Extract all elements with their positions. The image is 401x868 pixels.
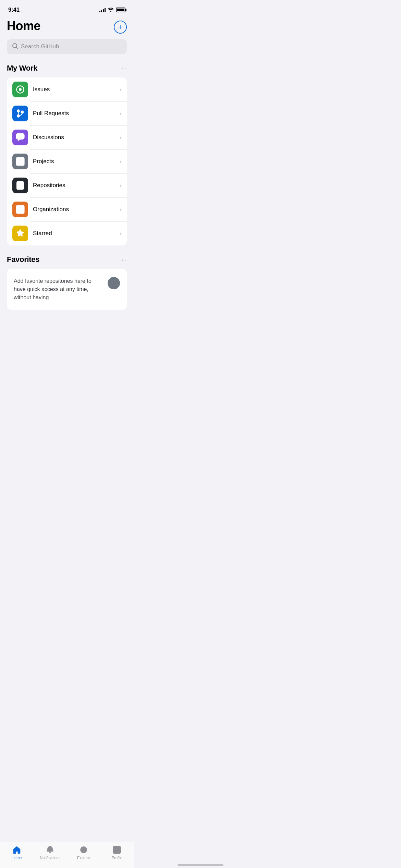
search-bar[interactable]: Search GitHub: [7, 39, 127, 54]
svg-rect-17: [16, 206, 24, 214]
favorites-description: Add favorite repositories here to have q…: [14, 277, 103, 302]
repositories-chevron: ›: [120, 182, 121, 189]
organizations-label: Organizations: [33, 206, 120, 213]
projects-item[interactable]: Projects ›: [7, 149, 127, 173]
page-title: Home: [7, 19, 40, 33]
my-work-title: My Work: [7, 64, 37, 73]
my-work-more-button[interactable]: ···: [119, 64, 127, 72]
discussions-item[interactable]: Discussions ›: [7, 125, 127, 149]
discussions-label: Discussions: [33, 134, 120, 141]
issues-label: Issues: [33, 86, 120, 93]
favorites-section: Favorites ··· Add favorite repositories …: [0, 248, 134, 313]
organizations-icon: [12, 202, 28, 217]
favorites-content: Add favorite repositories here to have q…: [7, 269, 127, 310]
search-placeholder: Search GitHub: [21, 43, 59, 50]
favorites-title: Favorites: [7, 255, 39, 264]
my-work-list: Issues › Pull Requests ›: [7, 77, 127, 245]
issues-item[interactable]: Issues ›: [7, 77, 127, 101]
my-work-header: My Work ···: [7, 64, 127, 73]
add-button[interactable]: +: [114, 21, 127, 34]
issues-icon: [12, 82, 28, 97]
discussions-icon: [12, 130, 28, 145]
discussions-chevron: ›: [120, 134, 121, 141]
svg-rect-7: [16, 134, 24, 139]
starred-label: Starred: [33, 230, 120, 237]
starred-chevron: ›: [120, 230, 121, 237]
projects-chevron: ›: [120, 158, 121, 165]
repositories-icon: [12, 178, 28, 193]
svg-rect-21: [21, 210, 23, 212]
status-bar: 9:41: [0, 0, 134, 16]
search-icon: [12, 43, 18, 50]
svg-line-1: [16, 47, 18, 49]
status-time: 9:41: [8, 7, 20, 13]
favorites-header: Favorites ···: [7, 255, 127, 264]
svg-rect-8: [16, 158, 24, 166]
organizations-chevron: ›: [120, 206, 121, 213]
my-work-section: My Work ··· Issues ›: [0, 57, 134, 248]
battery-icon: [116, 8, 125, 12]
pull-requests-item[interactable]: Pull Requests ›: [7, 101, 127, 125]
favorites-card: Add favorite repositories here to have q…: [7, 269, 127, 310]
svg-point-3: [19, 88, 22, 91]
projects-icon: [12, 154, 28, 169]
page-header: Home +: [0, 16, 134, 34]
svg-rect-18: [18, 207, 20, 209]
wifi-icon: [108, 7, 114, 13]
favorites-more-button[interactable]: ···: [119, 256, 127, 264]
svg-rect-19: [21, 207, 23, 209]
svg-rect-20: [18, 210, 20, 212]
repositories-item[interactable]: Repositories ›: [7, 173, 127, 197]
status-icons: [99, 7, 125, 13]
favorites-avatar: [108, 277, 120, 289]
issues-chevron: ›: [120, 86, 121, 93]
repositories-label: Repositories: [33, 182, 120, 189]
pull-requests-label: Pull Requests: [33, 110, 120, 117]
search-container: Search GitHub: [0, 34, 134, 57]
organizations-item[interactable]: Organizations ›: [7, 197, 127, 221]
starred-icon: [12, 226, 28, 241]
pull-requests-chevron: ›: [120, 110, 121, 117]
pull-requests-icon: [12, 106, 28, 121]
starred-item[interactable]: Starred ›: [7, 221, 127, 245]
projects-label: Projects: [33, 158, 120, 165]
signal-icon: [99, 8, 106, 12]
